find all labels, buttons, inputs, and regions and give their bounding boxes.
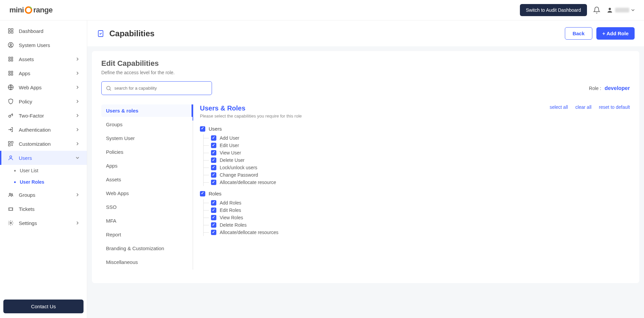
- sidebar-item-label: Assets: [19, 56, 34, 62]
- checkbox-view-roles[interactable]: [211, 215, 216, 220]
- sidebar-item-tickets[interactable]: Tickets: [0, 202, 87, 216]
- sidebar-item-settings[interactable]: Settings: [0, 216, 87, 230]
- logo[interactable]: mini range: [9, 6, 53, 14]
- svg-rect-18: [8, 141, 10, 143]
- cap-group-roles[interactable]: Roles: [200, 191, 630, 196]
- sidebar-item-label: Groups: [19, 192, 35, 198]
- sidebar-subitem-user-list[interactable]: User List: [0, 165, 87, 176]
- category-item-assets[interactable]: Assets: [101, 173, 193, 186]
- groups-icon: [7, 192, 14, 198]
- category-item-policies[interactable]: Policies: [101, 146, 193, 158]
- checkbox-add-user[interactable]: [211, 135, 216, 141]
- sidebar-item-users[interactable]: Users: [0, 151, 87, 165]
- sidebar-item-authentication[interactable]: Authentication: [0, 123, 87, 137]
- search-icon: [106, 85, 112, 91]
- svg-rect-20: [8, 144, 10, 146]
- cap-item[interactable]: Add User: [204, 134, 630, 142]
- sidebar-item-dashboard[interactable]: Dashboard: [0, 24, 87, 38]
- svg-rect-2: [8, 29, 10, 30]
- logo-text-left: mini: [9, 6, 24, 14]
- apps-icon: [7, 70, 14, 76]
- sidebar-item-web-apps[interactable]: Web Apps: [0, 80, 87, 94]
- checkbox-delete-roles[interactable]: [211, 222, 216, 228]
- checkbox-roles[interactable]: [200, 191, 205, 196]
- checkbox-add-roles[interactable]: [211, 200, 216, 206]
- category-item-sso[interactable]: SSO: [101, 201, 193, 213]
- sidebar-item-apps[interactable]: Apps: [0, 66, 87, 80]
- svg-point-26: [107, 86, 110, 90]
- reset-default-button[interactable]: reset to default: [599, 104, 630, 110]
- category-item-web-apps[interactable]: Web Apps: [101, 187, 193, 199]
- cap-item-label: Add User: [220, 135, 239, 141]
- chevron-right-icon: [75, 85, 79, 89]
- cap-item[interactable]: Delete Roles: [204, 221, 630, 229]
- checkbox-users[interactable]: [200, 126, 205, 132]
- chevron-down-icon: [75, 156, 79, 160]
- page-title: Capabilities: [109, 29, 155, 38]
- gear-icon: [7, 220, 14, 226]
- cap-item[interactable]: Allocate/dellocate resources: [204, 229, 630, 236]
- role-name[interactable]: developer: [604, 85, 630, 91]
- chevron-right-icon: [75, 57, 79, 61]
- category-item-branding-customization[interactable]: Branding & Customization: [101, 242, 193, 255]
- svg-rect-11: [11, 60, 13, 61]
- cap-item-label: Change Password: [220, 172, 258, 178]
- role-info: Role : developer: [589, 85, 630, 91]
- cap-item-label: View Roles: [220, 215, 243, 220]
- user-menu[interactable]: [606, 7, 635, 13]
- cap-group-users[interactable]: Users: [200, 126, 630, 132]
- category-item-report[interactable]: Report: [101, 228, 193, 241]
- search-input[interactable]: [112, 83, 208, 93]
- checkbox-edit-user[interactable]: [211, 143, 216, 148]
- cap-item[interactable]: Allocate/dellocate resource: [204, 179, 630, 186]
- switch-dashboard-button[interactable]: Switch to Audit Dashboard: [520, 4, 587, 16]
- category-item-system-user[interactable]: System User: [101, 132, 193, 144]
- sidebar-item-label: Apps: [19, 71, 30, 76]
- sidebar-item-label: Customization: [19, 141, 51, 147]
- checkbox-view-user[interactable]: [211, 150, 216, 155]
- sidebar-item-policy[interactable]: Policy: [0, 94, 87, 108]
- sidebar-subitem-user-roles[interactable]: User Roles: [0, 176, 87, 188]
- cap-item-label: Edit User: [220, 143, 239, 148]
- cap-item[interactable]: Add Roles: [204, 199, 630, 207]
- category-item-miscellaneous[interactable]: Miscellaneous: [101, 256, 193, 268]
- checkbox-allocate-dellocate-resources[interactable]: [211, 230, 216, 235]
- cap-item[interactable]: Delete User: [204, 156, 630, 164]
- clear-all-button[interactable]: clear all: [575, 104, 591, 110]
- sidebar-item-customization[interactable]: Customization: [0, 137, 87, 151]
- category-item-groups[interactable]: Groups: [101, 118, 193, 131]
- category-item-users-roles[interactable]: Users & roles: [101, 104, 193, 117]
- chevron-down-icon: [631, 8, 635, 12]
- add-role-button[interactable]: + Add Role: [596, 27, 635, 40]
- search-box[interactable]: [101, 81, 212, 95]
- svg-rect-12: [9, 71, 10, 73]
- sidebar-item-label: Users: [19, 155, 32, 161]
- checkbox-change-password[interactable]: [211, 172, 216, 178]
- sidebar-item-two-factor[interactable]: Two-Factor: [0, 108, 87, 123]
- cap-item[interactable]: Edit Roles: [204, 207, 630, 214]
- sidebar-item-label: Dashboard: [19, 28, 43, 34]
- svg-rect-3: [11, 29, 13, 30]
- checkbox-lock-unlock-users[interactable]: [211, 165, 216, 170]
- sidebar-item-groups[interactable]: Groups: [0, 188, 87, 202]
- svg-rect-9: [11, 57, 13, 59]
- cap-item[interactable]: Lock/unlock users: [204, 164, 630, 171]
- contact-us-button[interactable]: Contact Us: [3, 300, 84, 313]
- cap-subtitle: Please select the capabilities you requi…: [200, 113, 630, 119]
- checkbox-allocate-dellocate-resource[interactable]: [211, 180, 216, 185]
- cap-item[interactable]: Change Password: [204, 171, 630, 179]
- category-item-apps[interactable]: Apps: [101, 160, 193, 172]
- sidebar-item-assets[interactable]: Assets: [0, 52, 87, 66]
- back-button[interactable]: Back: [565, 27, 592, 40]
- checkbox-edit-roles[interactable]: [211, 208, 216, 213]
- sidebar-item-system-users[interactable]: System Users: [0, 38, 87, 52]
- select-all-button[interactable]: select all: [550, 104, 568, 110]
- notifications-icon[interactable]: [593, 6, 600, 14]
- category-item-mfa[interactable]: MFA: [101, 215, 193, 227]
- cap-item[interactable]: View Roles: [204, 214, 630, 221]
- chevron-right-icon: [75, 221, 79, 225]
- cap-item[interactable]: View User: [204, 149, 630, 156]
- cap-item[interactable]: Edit User: [204, 142, 630, 149]
- bullet-icon: [14, 170, 16, 172]
- checkbox-delete-user[interactable]: [211, 157, 216, 163]
